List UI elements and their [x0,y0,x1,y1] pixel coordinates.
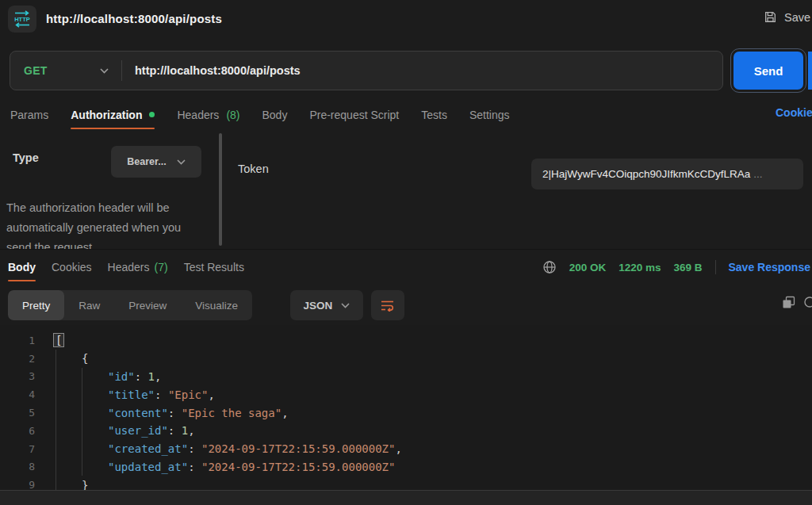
send-options-button[interactable] [808,52,812,90]
save-button[interactable]: Save [764,10,810,24]
tab-headers[interactable]: Headers (8) [177,100,239,129]
code-line: 2{ [0,350,812,368]
response-format-value: JSON [304,300,333,312]
search-response-button[interactable] [803,296,812,310]
unsaved-changes-dot [149,112,155,117]
tab-pre-request-script[interactable]: Pre-request Script [309,100,399,129]
chevron-down-icon [100,68,109,74]
view-tab-preview[interactable]: Preview [114,290,181,320]
code-line: 1[ [0,331,812,350]
bottom-status-bar [0,490,812,505]
app-window: HTTP http://localhost:8000/api/posts Sav… [0,0,812,505]
response-format-dropdown[interactable]: JSON [290,290,363,320]
auth-type-value: Bearer... [127,156,166,167]
view-tab-visualize[interactable]: Visualize [181,290,252,320]
view-tab-pretty[interactable]: Pretty [8,290,64,320]
response-tab-headers[interactable]: Headers (7) [108,252,168,282]
code-line: 8"updated_at": "2024-09-17T22:15:59.0000… [0,458,812,476]
send-button[interactable]: Send [733,52,803,90]
response-headers-count: (7) [155,261,168,274]
save-button-label: Save [784,11,810,24]
auth-type-label: Type [13,151,39,164]
response-tab-cookies[interactable]: Cookies [52,252,92,282]
cookies-link[interactable]: Cookies [776,106,812,119]
tab-body[interactable]: Body [262,100,288,129]
tab-settings[interactable]: Settings [469,100,510,129]
code-line: 4"title": "Epic", [0,385,812,404]
token-label: Token [238,163,269,175]
code-lines: 1[2{3"id": 1,4"title": "Epic",5"content"… [0,331,812,490]
tab-authorization[interactable]: Authorization [71,100,155,129]
token-ellipsis: ... [753,168,762,180]
response-tabs: Body Cookies Headers (7) Test Results [8,252,244,282]
method-label: GET [24,64,48,77]
auth-description: The authorization header will be automat… [6,198,206,249]
save-icon [764,10,777,24]
copy-icon [782,296,795,309]
code-line: 9} [0,476,812,490]
response-body-code[interactable]: 1[2{3"id": 1,4"title": "Epic",5"content"… [0,325,812,490]
code-line: 7"created_at": "2024-09-17T22:15:59.0000… [0,440,812,458]
wrap-text-button[interactable] [371,290,404,320]
request-tabs: Params Authorization Headers (8) Body Pr… [10,100,510,129]
response-tab-body[interactable]: Body [8,252,36,282]
request-title: http://localhost:8000/api/posts [46,12,222,25]
status-badge[interactable]: 200 OK [569,262,607,274]
code-line: 5"content": "Epic the saga", [0,404,812,422]
response-view-switcher: Pretty Raw Preview Visualize [8,290,252,320]
response-size[interactable]: 369 B [673,262,702,274]
code-line: 6"user_id": 1, [0,422,812,440]
url-bar: GET http://localhost:8000/api/posts [10,51,723,90]
view-tab-raw[interactable]: Raw [64,290,114,320]
response-section-divider [0,249,812,250]
copy-response-button[interactable] [782,296,795,309]
http-request-icon: HTTP [8,6,36,33]
token-input[interactable]: 2|HajWywFv4COiqpch90JIfkmKcCDyfLRAa ... [531,159,803,189]
save-response-button[interactable]: Save Response [729,261,811,274]
tab-tests[interactable]: Tests [421,100,447,129]
method-selector[interactable]: GET [10,64,121,77]
svg-text:HTTP: HTTP [14,16,30,23]
chevron-down-icon [341,303,350,308]
auth-type-dropdown[interactable]: Bearer... [111,146,201,178]
tab-params[interactable]: Params [10,100,48,129]
search-icon [803,296,812,310]
network-globe-icon[interactable] [542,260,557,274]
authorization-panel: Type Bearer... The authorization header … [0,130,812,249]
wrap-text-icon [381,300,395,312]
url-input[interactable]: http://localhost:8000/api/posts [122,64,301,77]
chevron-down-icon [177,159,186,165]
response-time[interactable]: 1220 ms [619,262,661,274]
token-value: 2|HajWywFv4COiqpch90JIfkmKcCDyfLRAa [542,168,750,180]
topbar: HTTP http://localhost:8000/api/posts Sav… [0,0,812,38]
meta-divider [715,260,716,274]
headers-count: (8) [226,109,239,121]
response-meta: 200 OK 1220 ms 369 B Save Response [542,252,810,282]
response-tab-test-results[interactable]: Test Results [184,252,244,282]
auth-panel-scrollbar[interactable] [219,133,222,246]
code-line: 3"id": 1, [0,368,812,386]
